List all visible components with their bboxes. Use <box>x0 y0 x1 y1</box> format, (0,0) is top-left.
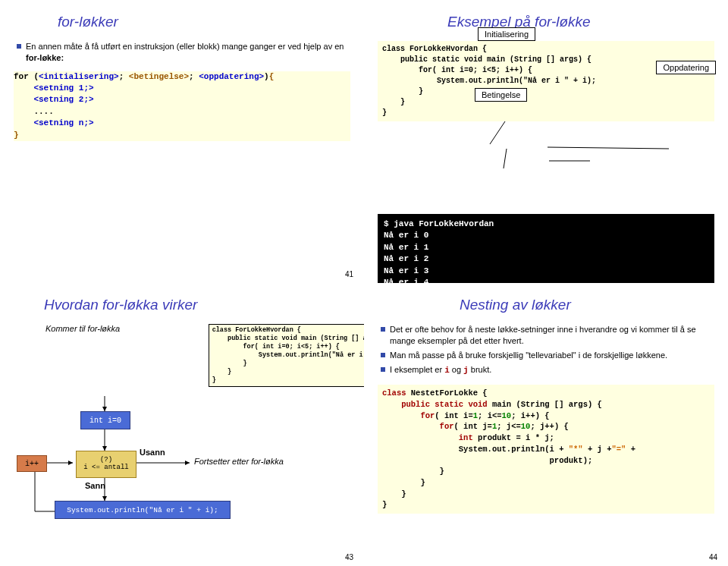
bullet-icon <box>381 367 385 372</box>
slide-eksempel: Eksempel på for-løkke class ForLokkeHvor… <box>364 0 728 283</box>
label-enter: Kommer til for-løkka <box>46 324 202 333</box>
bullet: I eksemplet er i og j brukt. <box>381 364 714 376</box>
slide4-title: Nesting av løkker <box>460 297 714 313</box>
flow-cond-box: (?) i <= antall <box>76 451 136 478</box>
bullet-text: I eksemplet er i og j brukt. <box>390 364 714 376</box>
flow-init-box: int i=0 <box>80 411 130 429</box>
annotated-code: class ForLokkeHvordan { public static vo… <box>378 41 714 206</box>
bullet-icon <box>381 353 385 357</box>
flow-arrows <box>14 396 362 566</box>
bullet: Det er ofte behov for å neste løkke-setn… <box>381 324 714 347</box>
code-box: class ForLokkeHvordan { public static vo… <box>378 41 714 121</box>
label-usann: Usann <box>140 448 165 457</box>
label-exit: Fortsetter etter for-løkka <box>194 457 284 466</box>
bullet: Man må passe på å bruke forskjellig "tel… <box>381 350 714 361</box>
slide-hvordan: Hvordan for-løkka virker Kommer til for-… <box>0 283 364 566</box>
annot-initialisering: Initialisering <box>478 27 535 41</box>
bullet-text: Man må passe på å bruke forskjellig "tel… <box>390 350 714 361</box>
page-number: 44 <box>709 553 717 561</box>
flow-print-box: System.out.println("Nå er i " + i); <box>55 501 231 519</box>
slide4-bullets: Det er ofte behov for å neste løkke-setn… <box>381 324 714 376</box>
slide1-bullets: En annen måte å få utført en instruksjon… <box>17 41 350 64</box>
flow-incr-box: i++ <box>17 455 47 472</box>
terminal-output: $ java ForLokkeHvordan Nå er i 0 Nå er i… <box>378 214 714 283</box>
slide-nesting: Nesting av løkker Det er ofte behov for … <box>364 283 728 566</box>
label-sann: Sann <box>85 481 105 490</box>
bullet-icon <box>381 327 385 332</box>
svg-line-1 <box>548 147 669 149</box>
slide-for-lokker: for-løkker En annen måte å få utført en … <box>0 0 364 283</box>
mini-code-box: class ForLokkeHvordan { public static vo… <box>209 324 364 387</box>
bullet-icon <box>17 44 21 49</box>
annot-oppdatering: Oppdatering <box>656 61 716 74</box>
annotation-lines <box>378 121 726 205</box>
bullet-text: En annen måte å få utført en instruksjon… <box>26 41 350 64</box>
bullet: En annen måte å få utført en instruksjon… <box>17 41 350 64</box>
slide1-title: for-løkker <box>58 14 350 30</box>
svg-line-2 <box>504 149 507 168</box>
flowchart: int i=0 (?) i <= antall i++ System.out.p… <box>14 396 350 566</box>
syntax-box: for (<initialisering>; <betingelse>; <op… <box>14 71 350 141</box>
page-number: 41 <box>345 270 353 278</box>
page-number: 43 <box>345 553 353 561</box>
slide3-title: Hvordan for-løkka virker <box>44 297 350 313</box>
annot-betingelse: Betingelse <box>475 88 527 102</box>
svg-line-0 <box>490 121 505 144</box>
nested-code-box: class NestetForLokke { public static voi… <box>378 385 714 514</box>
bullet-text: Det er ofte behov for å neste løkke-setn… <box>390 324 714 347</box>
